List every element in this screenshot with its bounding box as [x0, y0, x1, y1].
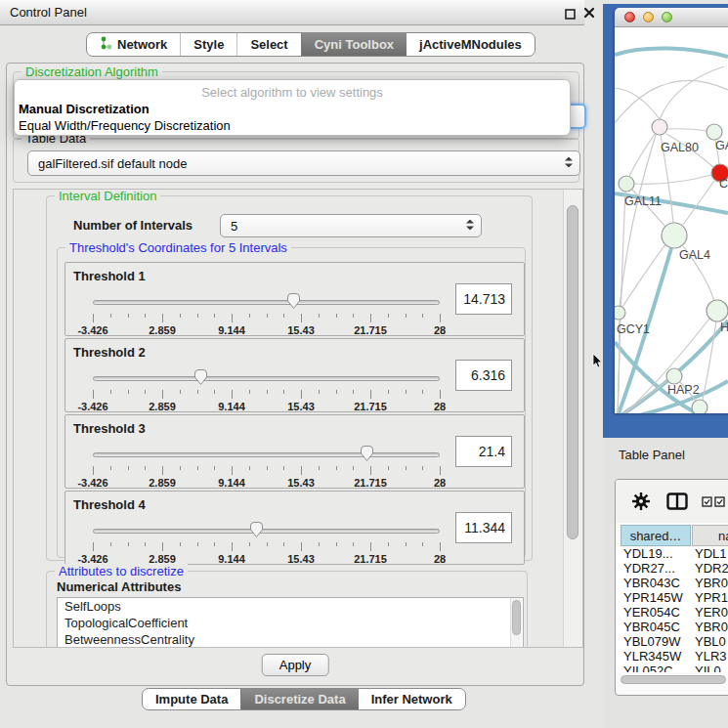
algorithm-option[interactable]: Manual Discretization: [15, 101, 570, 117]
list-scrollbar-thumb[interactable]: [512, 600, 521, 635]
threshold-slider[interactable]: -3.4262.8599.14415.4321.71528: [93, 292, 440, 337]
tick-mark: [128, 542, 129, 546]
network-node[interactable]: [707, 124, 722, 140]
network-canvas[interactable]: GAL80GACGAL11GAL4GCY1HHAP2: [615, 27, 728, 413]
zoom-window-icon[interactable]: [662, 12, 672, 22]
close-window-icon[interactable]: [624, 12, 635, 22]
tab-impute-data[interactable]: Impute Data: [143, 689, 240, 709]
tick-mark: [301, 542, 302, 551]
numerical-attributes-list[interactable]: SelfLoopsTopologicalCoefficientBetweenne…: [57, 597, 524, 648]
checkbox-icon[interactable]: [702, 495, 712, 510]
network-node[interactable]: [692, 400, 707, 413]
table-data-combobox[interactable]: galFiltered.sif default node: [27, 150, 580, 176]
tick-mark: [370, 390, 371, 399]
tick-label: 21.715: [354, 477, 387, 489]
tick-label: 9.144: [218, 553, 245, 565]
attribute-list-item[interactable]: SelfLoops: [58, 598, 523, 615]
list-scrollbar[interactable]: [510, 598, 522, 648]
tick-label: 9.144: [218, 477, 245, 489]
table-horizontal-scrollbar[interactable]: [618, 674, 728, 686]
slider-handle[interactable]: [193, 368, 208, 386]
table-row[interactable]: YPR145WYPR1: [616, 590, 728, 605]
table-row[interactable]: YBR043CYBR0: [616, 576, 728, 590]
network-node[interactable]: [662, 223, 687, 248]
split-columns-icon[interactable]: [666, 492, 688, 513]
application-window: Control Panel NetworkStyleSelectCyni Too…: [0, 0, 728, 728]
threshold-value-field[interactable]: 6.316: [455, 360, 512, 391]
tick-mark: [336, 390, 337, 394]
network-node[interactable]: [619, 176, 634, 192]
tick-mark: [353, 542, 354, 546]
network-node[interactable]: [652, 119, 667, 135]
table-row[interactable]: YBL079WYBL0: [616, 634, 728, 649]
cell-name: YDR2: [695, 561, 728, 576]
tick-mark: [232, 542, 233, 551]
tick-label: 28: [434, 553, 446, 565]
threshold-panel: Threshold 1-3.4262.8599.14415.4321.71528…: [64, 262, 525, 336]
threshold-value-field[interactable]: 21.4: [455, 436, 512, 467]
table-row[interactable]: YLR345WYLR3: [616, 649, 728, 664]
column-header[interactable]: na: [692, 525, 728, 546]
network-node[interactable]: [615, 306, 625, 320]
cell-shared-name: YLR345W: [623, 649, 681, 664]
algorithm-option[interactable]: Equal Width/Frequency Discretization: [15, 117, 570, 134]
tick-mark: [214, 466, 215, 470]
threshold-slider[interactable]: -3.4262.8599.14415.4321.71528: [93, 368, 440, 413]
threshold-panel: Threshold 2-3.4262.8599.14415.4321.71528…: [64, 338, 525, 412]
threshold-label: Threshold 1: [73, 269, 146, 283]
network-edge[interactable]: [629, 134, 655, 176]
slider-handle[interactable]: [249, 521, 264, 538]
tick-mark: [422, 314, 423, 318]
tick-mark: [283, 466, 284, 470]
tab-network[interactable]: Network: [87, 33, 180, 56]
interval-definition-group-title: Interval Definition: [55, 189, 160, 203]
network-edge[interactable]: [683, 181, 714, 225]
minimize-window-icon[interactable]: [643, 12, 654, 22]
tab-label: Discretize Data: [254, 692, 345, 707]
network-node[interactable]: [707, 300, 728, 321]
network-edge[interactable]: [667, 129, 707, 131]
tab-discretize-data[interactable]: Discretize Data: [240, 689, 358, 709]
close-icon[interactable]: [583, 7, 595, 21]
threshold-value-field[interactable]: 11.344: [455, 512, 512, 543]
slider-handle[interactable]: [360, 445, 374, 462]
threshold-slider[interactable]: -3.4262.8599.14415.4321.71528: [93, 445, 440, 490]
slider-tick-labels: -3.4262.8599.14415.4321.71528: [93, 324, 440, 336]
tab-style[interactable]: Style: [180, 33, 236, 56]
table-row[interactable]: YDR27...YDR2: [616, 561, 728, 576]
tick-mark: [232, 390, 233, 399]
network-edge[interactable]: [634, 175, 711, 184]
table-row[interactable]: YDL19...YDL1: [616, 546, 728, 561]
table-horizontal-scrollbar-thumb[interactable]: [621, 675, 726, 684]
number-of-intervals-combobox[interactable]: 5: [220, 214, 482, 237]
threshold-slider[interactable]: -3.4262.8599.14415.4321.71528: [93, 521, 440, 566]
table-row[interactable]: YER054CYER0: [616, 605, 728, 620]
threshold-label: Threshold 4: [73, 497, 146, 512]
settings-scrollbar[interactable]: [563, 190, 582, 647]
threshold-value-field[interactable]: 14.713: [455, 283, 512, 315]
tick-mark: [422, 466, 423, 470]
network-edge[interactable]: [622, 244, 665, 307]
tab-cyni-toolbox[interactable]: Cyni Toolbox: [301, 33, 407, 56]
network-edge[interactable]: [660, 66, 724, 119]
gear-icon[interactable]: [631, 492, 651, 514]
network-window-titlebar[interactable]: [615, 8, 728, 27]
table-row[interactable]: YBR045CYBR0: [616, 620, 728, 634]
apply-button[interactable]: Apply: [262, 654, 329, 676]
attribute-list-item[interactable]: TopologicalCoefficient: [58, 615, 523, 631]
float-icon[interactable]: [565, 8, 576, 22]
tab-infer-network[interactable]: Infer Network: [359, 689, 465, 709]
network-edge[interactable]: [615, 48, 728, 57]
slider-handle[interactable]: [286, 292, 301, 310]
mouse-cursor: [592, 354, 603, 372]
network-edge[interactable]: [618, 192, 625, 413]
tab-jactivemnodules[interactable]: jActiveMNodules: [407, 33, 535, 56]
network-node[interactable]: [666, 368, 682, 384]
column-header[interactable]: shared…: [621, 525, 691, 546]
network-edge[interactable]: [615, 80, 728, 123]
settings-scrollbar-thumb[interactable]: [567, 205, 578, 539]
tab-select[interactable]: Select: [236, 33, 300, 56]
attribute-list-item[interactable]: BetweennessCentrality: [58, 631, 523, 648]
table-row[interactable]: YIL052CYIL0: [616, 664, 728, 672]
checkbox-icon[interactable]: [714, 495, 725, 510]
